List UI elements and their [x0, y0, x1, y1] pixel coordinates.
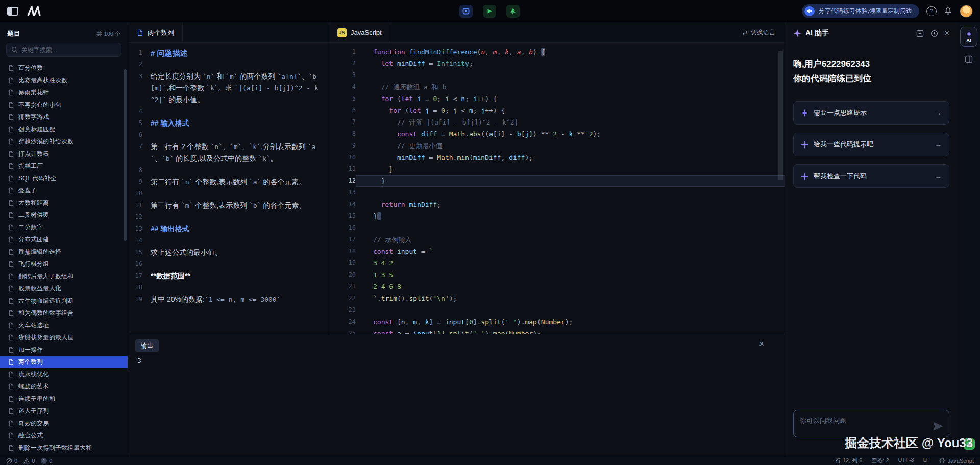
- sidebar-item[interactable]: 货船载货量的最大值: [0, 331, 128, 344]
- code-line[interactable]: 23: [329, 304, 785, 316]
- sidebar-item[interactable]: 火车站选址: [0, 319, 128, 331]
- code-line[interactable]: 22`.trim().split('\n');: [329, 292, 785, 304]
- code-line[interactable]: 5 for (let i = 0; i < n; i++) {: [329, 93, 785, 105]
- sidebar-item[interactable]: 股票收益最大化: [0, 282, 128, 295]
- search-box[interactable]: [6, 43, 121, 57]
- warning-indicator[interactable]: 0: [23, 458, 35, 464]
- avatar[interactable]: [960, 5, 973, 18]
- code-line[interactable]: 6 for (let j = 0; j < m; j++) {: [329, 105, 785, 116]
- document-icon: [8, 298, 14, 304]
- sidebar-item[interactable]: 迷人子序列: [0, 405, 128, 417]
- sidebar-item[interactable]: 加一操作: [0, 344, 128, 356]
- code-line[interactable]: 212 4 6 8: [329, 281, 785, 292]
- sidebar-item[interactable]: 暴雨梨花针: [0, 86, 128, 99]
- error-indicator[interactable]: 0: [6, 458, 17, 464]
- sidebar-item[interactable]: 番茄编辑的选择: [0, 246, 128, 258]
- switch-language-button[interactable]: ⇄ 切换语言: [743, 28, 775, 37]
- sidebar-item[interactable]: 百分位数: [0, 62, 128, 74]
- code-line[interactable]: 25const a = input[1].split(' ').map(Numb…: [329, 328, 785, 334]
- panel-layout-icon[interactable]: [965, 55, 973, 63]
- code-line[interactable]: 4 // 遍历数组 a 和 b: [329, 81, 785, 93]
- new-chat-icon[interactable]: [916, 30, 924, 37]
- statusbar-item[interactable]: UTF-8: [898, 457, 914, 464]
- line-number: 19: [329, 257, 356, 269]
- sidebar-item[interactable]: 蛋糕工厂: [0, 160, 128, 172]
- sidebar-item[interactable]: 飞行棋分组: [0, 258, 128, 270]
- sidebar-item[interactable]: 分布式团建: [0, 233, 128, 246]
- sidebar-item[interactable]: 猜数字游戏: [0, 111, 128, 123]
- statusbar-problems[interactable]: 0010: [6, 458, 52, 464]
- close-icon[interactable]: ×: [759, 339, 764, 348]
- sidebar-item[interactable]: 比赛最高获胜次数: [0, 74, 128, 86]
- sidebar-scrollbar[interactable]: [124, 69, 127, 241]
- search-input[interactable]: [21, 46, 116, 54]
- code-line[interactable]: 11 }: [329, 163, 785, 175]
- code-line[interactable]: 8 const diff = Math.abs((a[i] - b[j]) **…: [329, 128, 785, 140]
- ai-suggestion-card[interactable]: 需要一点思路提示→: [793, 101, 949, 125]
- code-line[interactable]: 201 3 5: [329, 269, 785, 281]
- code-line[interactable]: 18const input = `: [329, 246, 785, 257]
- code-line[interactable]: 193 4 2: [329, 257, 785, 269]
- code-line[interactable]: 7 // 计算 |(a[i] - b[j])^2 - k^2|: [329, 116, 785, 128]
- send-icon[interactable]: [932, 420, 945, 435]
- tab-javascript[interactable]: JS JavaScript: [329, 22, 390, 42]
- statusbar-item[interactable]: 空格: 2: [871, 457, 889, 464]
- app-logo-icon[interactable]: [27, 6, 43, 17]
- close-icon[interactable]: ×: [945, 29, 949, 38]
- badge-one-indicator[interactable]: 10: [41, 458, 52, 464]
- sidebar-item[interactable]: 两个数列: [0, 356, 128, 368]
- code-area[interactable]: 1function findMinDifference(n, m, k, a, …: [329, 43, 785, 334]
- statusbar-item[interactable]: LF: [923, 457, 930, 464]
- document-icon: [8, 236, 14, 243]
- sidebar-item[interactable]: 螺旋的艺术: [0, 380, 128, 393]
- editor-scrollbar[interactable]: [778, 51, 783, 180]
- code-line[interactable]: 12 }: [329, 175, 785, 187]
- statusbar-language[interactable]: {} JavaScript: [939, 458, 974, 464]
- sidebar-item[interactable]: 连续子串的和: [0, 393, 128, 405]
- sidebar-item[interactable]: 不再贪心的小包: [0, 99, 128, 111]
- sidebar-toggle-icon[interactable]: [7, 7, 18, 16]
- history-icon[interactable]: [930, 30, 938, 37]
- code-line[interactable]: 17// 示例输入: [329, 234, 785, 246]
- sidebar-item[interactable]: 翻转后最大子数组和: [0, 270, 128, 282]
- ai-question-input[interactable]: 你可以问我问题: [793, 410, 949, 437]
- code-line[interactable]: 24const [n, m, k] = input[0].split(' ').…: [329, 316, 785, 328]
- code-line[interactable]: 16: [329, 222, 785, 234]
- run-button[interactable]: [483, 5, 496, 18]
- code-line[interactable]: 1function findMinDifference(n, m, k, a, …: [329, 46, 785, 58]
- share-banner[interactable]: 分享代码练习体验,领限量定制周边: [802, 4, 919, 18]
- sidebar-item[interactable]: 流水线优化: [0, 368, 128, 380]
- bell-icon[interactable]: [944, 7, 952, 15]
- code-line[interactable]: 2 let minDiff = Infinity;: [329, 58, 785, 69]
- ai-suggestion-card[interactable]: 帮我检查一下代码→: [793, 164, 949, 188]
- sidebar-item[interactable]: 古生物血缘远近判断: [0, 295, 128, 307]
- debug-button[interactable]: [459, 5, 473, 18]
- submit-button[interactable]: [506, 5, 520, 18]
- sidebar-item[interactable]: 奇妙的交易: [0, 417, 128, 429]
- code-line[interactable]: 14 return minDiff;: [329, 199, 785, 210]
- sidebar-item[interactable]: 打点计数器: [0, 148, 128, 160]
- sidebar-item[interactable]: SQL 代码补全: [0, 172, 128, 184]
- statusbar-item[interactable]: 行 12, 列 6: [836, 457, 863, 464]
- sidebar-item[interactable]: 叠盘子: [0, 184, 128, 197]
- sidebar-item[interactable]: 穿越沙漠的补给次数: [0, 135, 128, 148]
- sidebar-item[interactable]: 融合公式: [0, 429, 128, 442]
- ai-suggestion-card[interactable]: 给我一些代码提示吧→: [793, 133, 949, 156]
- sidebar-item[interactable]: 和为偶数的数字组合: [0, 307, 128, 319]
- code-line[interactable]: 13: [329, 187, 785, 199]
- code-line[interactable]: 10 minDiff = Math.min(minDiff, diff);: [329, 152, 785, 163]
- code-line[interactable]: 15}: [329, 210, 785, 222]
- sidebar-item[interactable]: 大数和距离: [0, 197, 128, 209]
- sidebar-item[interactable]: 二叉树供暖: [0, 209, 128, 221]
- code-line[interactable]: 9 // 更新最小值: [329, 140, 785, 152]
- output-tab[interactable]: 输出: [135, 339, 159, 352]
- sidebar-item[interactable]: 删除一次得到子数组最大和: [0, 442, 128, 454]
- feedback-button[interactable]: ◉: [964, 438, 975, 450]
- sidebar-item[interactable]: 创意标题匹配: [0, 123, 128, 135]
- sidebar-item[interactable]: 二分数字: [0, 221, 128, 233]
- document-icon: [8, 163, 14, 169]
- tab-problem[interactable]: 两个数列: [128, 22, 183, 42]
- ai-launcher-button[interactable]: AI: [960, 27, 977, 47]
- code-line[interactable]: 3: [329, 69, 785, 81]
- help-icon[interactable]: ?: [926, 6, 937, 16]
